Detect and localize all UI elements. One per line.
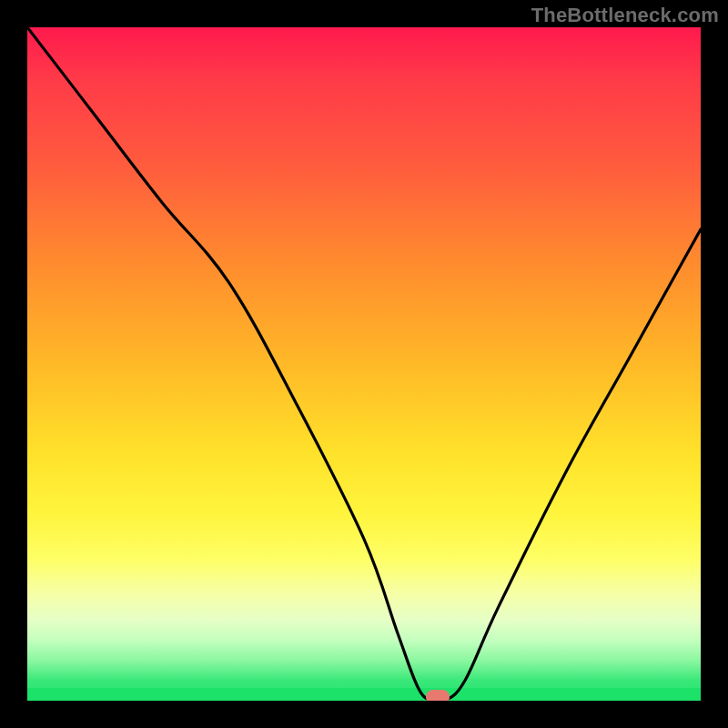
plot-area	[27, 27, 701, 701]
chart-frame: TheBottleneck.com	[0, 0, 728, 728]
attribution-text: TheBottleneck.com	[531, 4, 719, 27]
bottleneck-curve	[27, 27, 701, 701]
optimal-marker	[426, 690, 450, 701]
